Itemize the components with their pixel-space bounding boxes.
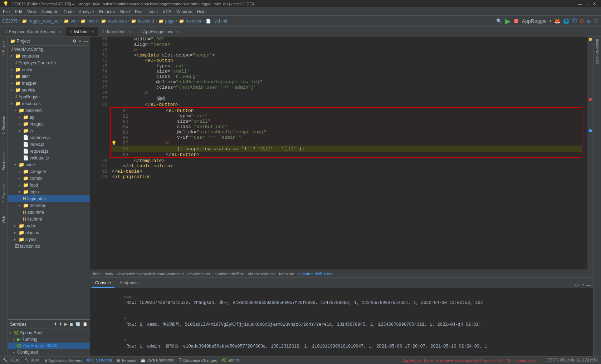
tab-appreggie[interactable]: J AppReggie.java ✕: [136, 27, 183, 36]
toolbar-page[interactable]: page: [165, 19, 175, 24]
status-todo[interactable]: 🔧 TODO: [3, 358, 20, 363]
menu-edit[interactable]: Edit: [15, 9, 22, 14]
code-view[interactable]: 68 width="160" 69 align="center": [90, 36, 593, 270]
bc-container[interactable]: div.container: [188, 272, 210, 276]
services-icon6[interactable]: 📋: [83, 322, 88, 326]
console-pin-icon[interactable]: —: [586, 282, 591, 288]
toolbar-search-icon[interactable]: 🔍: [496, 18, 502, 24]
toolbar-resources[interactable]: resources: [108, 19, 127, 24]
tree-indexjs[interactable]: 📄 index.js: [8, 141, 90, 148]
tree-styles[interactable]: ▸ 📁 styles: [8, 236, 90, 243]
tree-food[interactable]: ▸ 📁 food: [8, 182, 90, 188]
toolbar-main[interactable]: main: [87, 19, 97, 24]
services-icon2[interactable]: ⬇: [59, 322, 62, 326]
appreggie-link[interactable]: AppReggie :8080/: [23, 343, 57, 348]
menu-run[interactable]: Run: [135, 9, 143, 14]
services-configured[interactable]: ▸ Configured: [8, 349, 90, 355]
maximize-btn[interactable]: □: [584, 2, 591, 6]
menu-tools[interactable]: Tools: [148, 9, 158, 14]
status-appservers[interactable]: 🖥 Application Servers: [44, 358, 82, 363]
firefox-icon[interactable]: 🦊: [554, 18, 560, 24]
bc-eltablecolumn[interactable]: el-table-column: [248, 272, 275, 276]
tree-plugins[interactable]: ▸ 📁 plugins: [8, 229, 90, 236]
menu-navigate[interactable]: Navigate: [41, 9, 58, 14]
tree-appreggie[interactable]: J AppReggie: [8, 93, 90, 100]
tree-webmvcconfig[interactable]: J WebMvcConfig: [8, 46, 90, 53]
edge-icon[interactable]: ⊕: [587, 18, 591, 24]
ie-icon[interactable]: Ⓔ: [572, 18, 577, 24]
tree-addhtml[interactable]: H add.html: [8, 209, 90, 216]
bc-html[interactable]: html: [93, 272, 101, 276]
toolbar-member[interactable]: member: [186, 19, 201, 24]
bc-template[interactable]: template: [279, 272, 294, 276]
tree-order[interactable]: ▸ 📁 order: [8, 222, 90, 229]
tab-listhtml[interactable]: H list.html ✕: [66, 27, 98, 36]
console-filter-icon[interactable]: ≡: [581, 282, 584, 288]
menu-build[interactable]: Build: [120, 9, 130, 14]
tab-close-appreggie[interactable]: ✕: [176, 30, 179, 34]
tree-listhtml[interactable]: H list.html: [8, 216, 90, 222]
menu-refactor[interactable]: Refactor: [99, 9, 115, 14]
toolbar-backend[interactable]: backend: [138, 19, 154, 24]
tree-faviconico[interactable]: 🖼 favicon.ico: [8, 243, 90, 250]
menu-help[interactable]: Help: [197, 9, 206, 14]
opera-icon[interactable]: O: [580, 18, 584, 24]
toolbar-project[interactable]: GZ2076: [2, 19, 18, 24]
menu-vcs[interactable]: VCS: [163, 9, 172, 14]
toolbar-src[interactable]: src: [70, 19, 76, 24]
tree-resources[interactable]: ▾ 📁 resources: [8, 100, 90, 107]
toolbar-run-icon[interactable]: ▶: [505, 17, 510, 25]
tree-entity[interactable]: ▸ 📁 entity: [8, 66, 90, 73]
services-appreggie[interactable]: 🌿 AppReggie :8080/: [8, 343, 90, 349]
minimize-btn[interactable]: —: [576, 2, 584, 6]
tree-service[interactable]: ▸ 📁 service: [8, 87, 90, 93]
services-icon3[interactable]: ▶: [64, 322, 67, 326]
dropdown-icon[interactable]: ▾: [549, 19, 551, 23]
appreggie-label[interactable]: AppReggie: [522, 18, 547, 24]
tree-api[interactable]: ▸ 📁 api: [8, 114, 90, 120]
tree-commonjs[interactable]: 📄 common.js: [8, 134, 90, 141]
tree-member-folder[interactable]: ▾ 📁 member: [8, 202, 90, 209]
tree-validatejs[interactable]: 📄 validate.js: [8, 154, 90, 161]
left-project-icon[interactable]: 1: Project: [1, 39, 6, 57]
chrome-icon[interactable]: 🌐: [563, 18, 569, 24]
project-close-icon[interactable]: —: [83, 39, 88, 44]
tab-endpoints[interactable]: Endpoints: [116, 279, 142, 288]
tab-console[interactable]: Console: [92, 279, 114, 288]
left-favorites-icon[interactable]: 2: Favorites: [1, 182, 6, 204]
tree-filter[interactable]: ▸ 📁 filter: [8, 73, 90, 80]
menu-analyze[interactable]: Analyze: [79, 9, 94, 14]
status-build[interactable]: 🔨 Build: [24, 358, 39, 363]
status-terminal[interactable]: 🖥 Terminal: [116, 358, 136, 363]
left-web-icon[interactable]: Web: [1, 215, 6, 225]
toolbar-stop-icon[interactable]: ⏹: [513, 18, 519, 24]
tree-images[interactable]: ▸ 📁 images: [8, 120, 90, 127]
menu-window[interactable]: Window: [176, 9, 192, 14]
services-running[interactable]: ▾ ▶ Running: [8, 336, 90, 343]
status-spring[interactable]: 🌿 Spring: [221, 358, 239, 363]
tab-loginhtml[interactable]: H login.html ✕: [99, 27, 135, 36]
tab-close-loginhtml[interactable]: ✕: [128, 30, 131, 34]
menu-code[interactable]: Code: [63, 9, 74, 14]
services-icon5[interactable]: 🔄: [75, 322, 80, 326]
close-btn[interactable]: ✕: [591, 1, 598, 6]
tree-category[interactable]: ▸ 📁 category: [8, 168, 90, 175]
services-springboot[interactable]: ▾ 🌿 Spring Boot: [8, 330, 90, 336]
status-dbchanges[interactable]: 🗄 Database Changes: [178, 358, 217, 363]
tab-close-employeecontroller[interactable]: ✕: [58, 30, 61, 34]
left-structure-icon[interactable]: 7: Structure: [1, 114, 6, 136]
tree-backend[interactable]: ▾ 📁 backend: [8, 107, 90, 114]
tree-mapper[interactable]: ▸ 📁 mapper: [8, 80, 90, 87]
status-services[interactable]: ⚙ 8: Services: [87, 358, 112, 363]
brave-icon[interactable]: 🛡: [594, 18, 599, 24]
tree-loginhtml[interactable]: H login.html: [8, 195, 90, 202]
console-settings-icon[interactable]: ⚙: [575, 282, 579, 288]
tree-controller[interactable]: ▾ 📁 controller: [8, 53, 90, 59]
bean-validation-icon[interactable]: Bean Validation: [595, 38, 600, 65]
services-icon1[interactable]: ⬆: [54, 322, 57, 326]
menu-view[interactable]: View: [27, 9, 36, 14]
bc-tablebox[interactable]: el-table.tableBox: [214, 272, 244, 276]
tree-login-folder[interactable]: ▾ 📁 login: [8, 188, 90, 195]
tree-page[interactable]: ▾ 📁 page: [8, 161, 90, 168]
tab-close-listhtml[interactable]: ✕: [91, 30, 94, 34]
